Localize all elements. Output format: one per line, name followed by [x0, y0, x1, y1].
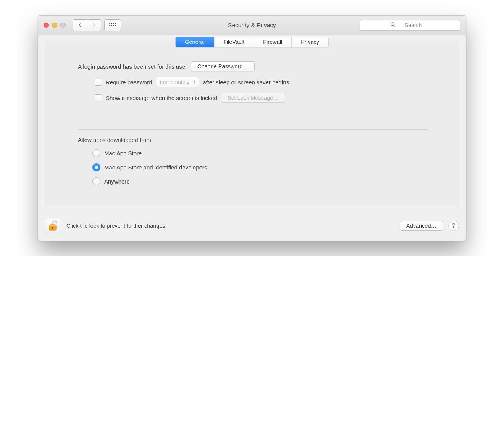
- login-password-text: A login password has been set for this u…: [78, 63, 187, 70]
- titlebar: Security & Privacy: [38, 16, 466, 35]
- search-input[interactable]: [360, 20, 460, 31]
- require-password-delay-value: immediately: [160, 79, 189, 85]
- settings-panel: General FileVault Firewall Privacy A log…: [45, 42, 459, 206]
- allow-apps-option-identified-devs[interactable]: Mac App Store and identified developers: [92, 163, 428, 171]
- login-password-row: A login password has been set for this u…: [78, 61, 428, 71]
- require-password-label: Require password: [106, 79, 152, 85]
- require-password-checkbox[interactable]: [95, 79, 102, 86]
- svg-rect-1: [49, 225, 56, 226]
- window-body: General FileVault Firewall Privacy A log…: [38, 35, 466, 212]
- grid-icon: [109, 23, 116, 28]
- chevron-right-icon: [92, 23, 96, 27]
- preferences-window: Security & Privacy General FileVault Fir…: [38, 15, 466, 241]
- require-password-row: Require password immediately ▲▼ after sl…: [78, 77, 428, 87]
- chevron-left-icon: [78, 23, 82, 27]
- allow-apps-heading: Allow apps downloaded from:: [78, 137, 428, 143]
- help-button[interactable]: ?: [448, 221, 459, 231]
- nav-back-forward: [73, 19, 101, 31]
- radio-label: Mac App Store: [104, 150, 142, 156]
- lock-open-icon: [48, 220, 58, 232]
- lock-help-text: Click the lock to prevent further change…: [66, 223, 167, 229]
- tab-firewall[interactable]: Firewall: [254, 37, 291, 47]
- allow-apps-option-anywhere[interactable]: Anywhere: [92, 177, 428, 185]
- show-message-checkbox[interactable]: [95, 94, 102, 101]
- tab-filevault[interactable]: FileVault: [214, 37, 254, 47]
- tab-general[interactable]: General: [176, 37, 214, 47]
- radio-icon: [92, 177, 100, 185]
- stepper-icon: ▲▼: [193, 80, 196, 84]
- show-message-label: Show a message when the screen is locked: [106, 95, 217, 101]
- tabs: General FileVault Firewall Privacy: [175, 37, 328, 47]
- minimize-window-button[interactable]: [52, 23, 57, 28]
- change-password-button[interactable]: Change Password…: [191, 61, 255, 71]
- radio-icon: [92, 163, 100, 171]
- radio-label: Anywhere: [104, 178, 130, 185]
- back-button[interactable]: [73, 19, 87, 31]
- allow-apps-radios: Mac App Store Mac App Store and identifi…: [78, 149, 428, 185]
- footer: Click the lock to prevent further change…: [38, 212, 466, 241]
- radio-icon: [92, 149, 100, 157]
- require-password-after-text: after sleep or screen saver begins: [203, 79, 289, 85]
- general-content: A login password has been set for this u…: [45, 42, 459, 195]
- zoom-window-button[interactable]: [60, 23, 66, 28]
- search-wrap: [360, 20, 460, 31]
- traffic-lights: [44, 23, 66, 28]
- set-lock-message-button[interactable]: Set Lock Message…: [221, 93, 285, 103]
- require-password-delay-select[interactable]: immediately ▲▼: [156, 77, 199, 87]
- radio-label: Mac App Store and identified developers: [104, 164, 207, 171]
- advanced-button[interactable]: Advanced…: [400, 221, 443, 231]
- show-all-prefs-button[interactable]: [104, 19, 121, 31]
- lock-toggle-button[interactable]: [45, 218, 61, 234]
- allow-apps-option-app-store[interactable]: Mac App Store: [92, 149, 428, 157]
- forward-button[interactable]: [87, 19, 101, 31]
- svg-rect-3: [52, 228, 53, 229]
- tab-privacy[interactable]: Privacy: [291, 37, 328, 47]
- separator: [78, 129, 428, 130]
- close-window-button[interactable]: [44, 23, 49, 28]
- show-message-row: Show a message when the screen is locked…: [78, 93, 428, 103]
